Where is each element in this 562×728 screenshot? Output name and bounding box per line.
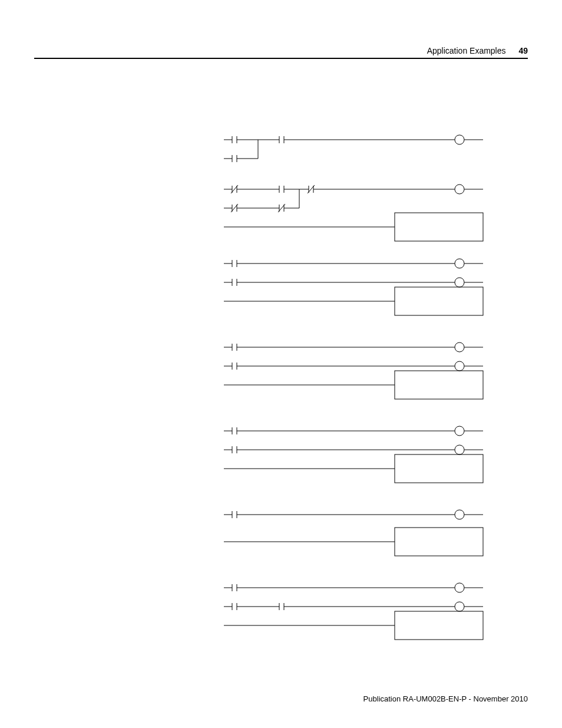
page-number: 49: [518, 46, 528, 55]
svg-point-116: [455, 510, 464, 519]
ladder-diagram: [224, 133, 495, 675]
page: Application Examples 49 Publication RA-U…: [0, 0, 562, 728]
svg-point-139: [455, 602, 464, 611]
svg-rect-91: [395, 371, 483, 399]
svg-rect-73: [395, 287, 483, 315]
header-rule: [34, 58, 528, 59]
svg-point-38: [455, 185, 464, 194]
svg-point-62: [455, 259, 464, 268]
svg-point-88: [455, 361, 464, 371]
svg-rect-109: [395, 454, 483, 483]
svg-point-11: [455, 135, 464, 144]
footer-text: Publication RA-UM002B-EN-P - November 20…: [363, 694, 528, 703]
svg-point-70: [455, 278, 464, 287]
section-title: Application Examples: [427, 46, 506, 55]
page-header: Application Examples 49: [427, 46, 528, 55]
svg-rect-119: [395, 528, 483, 556]
svg-point-98: [455, 426, 464, 436]
svg-point-126: [455, 583, 464, 592]
svg-point-80: [455, 342, 464, 352]
svg-rect-142: [395, 611, 483, 640]
svg-rect-55: [395, 213, 483, 241]
svg-point-106: [455, 445, 464, 454]
